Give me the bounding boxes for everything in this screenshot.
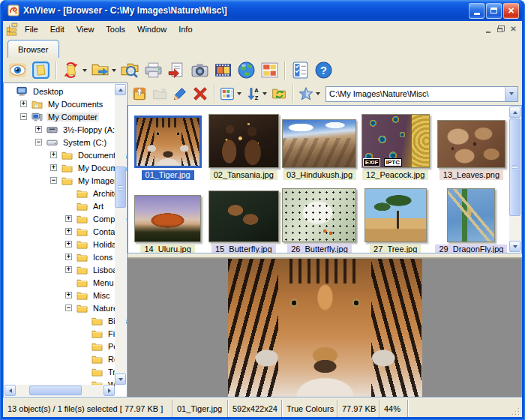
collapse-icon[interactable]: − — [20, 113, 27, 120]
thumbnail-15-butterfly-jpg[interactable]: 15_Butterfly.jpg — [206, 182, 281, 254]
collapse-icon[interactable]: − — [50, 177, 57, 184]
favorites-button[interactable] — [297, 84, 322, 104]
scroll-right-button[interactable] — [104, 385, 115, 396]
scrollbar-thumb[interactable] — [29, 386, 82, 395]
mdi-restore-button[interactable] — [494, 24, 507, 35]
menu-edit[interactable]: Edit — [44, 23, 70, 36]
rotate-button[interactable] — [60, 59, 88, 82]
menu-view[interactable]: View — [70, 23, 100, 36]
expand-icon[interactable]: + — [35, 126, 42, 133]
thumbnail-03-hindukush-jpg[interactable]: 03_Hindukush.jpg — [281, 107, 357, 182]
tree-item-compute[interactable]: +Compute — [4, 212, 127, 225]
thumbnail-13-leaves-png[interactable]: 13_Leaves.png — [434, 107, 509, 182]
tree-item-lisboa[interactable]: +Lisboa — [4, 263, 127, 276]
tree-item-birds[interactable]: Birds — [4, 314, 127, 327]
scroll-up-button[interactable] — [509, 106, 520, 118]
tree-vertical-scrollbar[interactable] — [115, 84, 126, 385]
collapse-icon[interactable]: − — [65, 304, 72, 311]
scrollbar-thumb[interactable] — [115, 166, 126, 208]
tree-item-documents-a[interactable]: +Documents a — [4, 148, 127, 161]
tree-item-my-images[interactable]: −My Images — [4, 174, 127, 187]
expand-icon[interactable]: + — [65, 266, 72, 273]
address-dropdown-button[interactable] — [505, 87, 518, 101]
thumbnail-01-tiger-jpg[interactable]: 01_Tiger.jpg — [130, 107, 206, 182]
resize-grip-icon[interactable] — [512, 406, 521, 416]
parent-folder-button[interactable] — [130, 84, 149, 104]
search-button[interactable] — [118, 59, 141, 82]
menu-file[interactable]: File — [19, 23, 44, 36]
expand-icon[interactable]: + — [65, 292, 72, 298]
scroll-up-button[interactable] — [115, 84, 126, 95]
thumbnail-02-tansania-jpg[interactable]: 02_Tansania.jpg — [206, 107, 281, 182]
scrollbar-track[interactable] — [115, 84, 126, 385]
options-button[interactable] — [289, 59, 311, 82]
slideshow-button[interactable] — [212, 59, 234, 82]
tree-item-3-floppy-a[interactable]: +3½-Floppy (A:) — [4, 123, 127, 136]
tree-horizontal-scrollbar[interactable] — [4, 385, 115, 396]
tree-item-holidays[interactable]: +Holidays — [4, 238, 127, 250]
tree-item-rept[interactable]: Rept — [4, 352, 127, 365]
scroll-left-button[interactable] — [4, 385, 16, 396]
scroll-down-button[interactable] — [115, 374, 126, 385]
thumbnail-14-uluru-jpg[interactable]: 14_Uluru.jpg — [130, 182, 206, 254]
sort-button[interactable]: AZ — [244, 84, 268, 104]
tree-item-desktop[interactable]: Desktop — [4, 85, 127, 98]
thumbnail-29-dragonfly-jpg[interactable]: 29_DragonFly.jpg — [434, 182, 509, 254]
tab-browser[interactable]: Browser — [8, 40, 59, 58]
expand-icon[interactable]: + — [50, 152, 57, 158]
address-input[interactable] — [326, 87, 505, 101]
expand-icon[interactable]: + — [20, 100, 27, 107]
close-button[interactable]: ✕ — [503, 3, 519, 19]
expand-icon[interactable]: + — [50, 164, 57, 171]
contact-sheet-button[interactable] — [258, 59, 280, 82]
tree-item-my-documents[interactable]: +My Documents — [4, 98, 127, 110]
tree-item-art[interactable]: Art — [4, 200, 127, 212]
menu-tools[interactable]: Tools — [100, 23, 131, 36]
tree-item-icons[interactable]: +Icons — [4, 250, 127, 263]
mdi-close-button[interactable]: ✕ — [507, 24, 520, 35]
menu-info[interactable]: Info — [172, 23, 198, 36]
scrollbar-track[interactable] — [16, 385, 104, 396]
capture-button[interactable] — [188, 59, 211, 82]
scrollbar-thumb[interactable] — [509, 118, 520, 216]
print-button[interactable] — [142, 59, 164, 82]
chevron-down-icon — [509, 92, 514, 95]
collapse-icon[interactable]: − — [35, 139, 42, 146]
mdi-minimize-button[interactable] — [482, 24, 494, 35]
tree-item-misc[interactable]: +Misc — [4, 289, 127, 302]
expand-icon[interactable]: + — [65, 241, 72, 248]
expand-icon[interactable]: + — [65, 254, 72, 260]
minimize-button[interactable] — [469, 3, 484, 19]
tree-item-fish[interactable]: Fish — [4, 327, 127, 340]
new-folder-button[interactable] — [150, 84, 170, 104]
menu-window[interactable]: Window — [131, 23, 172, 36]
tree-item-menu[interactable]: Menu — [4, 276, 127, 289]
thumbnail-12-peacock-jpg[interactable]: EXIFIPTC12_Peacock.jpg — [358, 107, 434, 182]
tree-item-system-c[interactable]: −System (C:) — [4, 136, 127, 148]
view-button[interactable] — [6, 59, 28, 82]
tree-item-pets[interactable]: Pets — [4, 340, 127, 352]
tree-item-my-documen[interactable]: +My Documen — [4, 161, 127, 174]
help-button[interactable]: ? — [312, 59, 334, 82]
export-button[interactable] — [165, 59, 188, 82]
tree-item-nature[interactable]: −Nature — [4, 302, 127, 314]
tree-item-my-computer[interactable]: −My Computer — [4, 110, 127, 123]
tree-item-contact[interactable]: +Contact — [4, 225, 127, 238]
preview-image-tiger[interactable] — [228, 259, 422, 397]
fullscreen-button[interactable] — [29, 59, 52, 82]
tree-item-architect[interactable]: Architect — [4, 187, 127, 200]
thumbnail-vertical-scrollbar[interactable] — [509, 106, 521, 252]
web-button[interactable] — [235, 59, 257, 82]
delete-button[interactable] — [190, 84, 210, 104]
refresh-button[interactable] — [269, 84, 289, 104]
rename-button[interactable] — [170, 84, 190, 104]
tree-item-tree[interactable]: Tree — [4, 365, 127, 378]
maximize-button[interactable] — [486, 3, 502, 19]
thumbnail-26-butterfly-jpg[interactable]: 26_Butterfly.jpg — [281, 182, 357, 254]
scroll-down-button[interactable] — [509, 241, 520, 252]
expand-icon[interactable]: + — [65, 215, 72, 222]
expand-icon[interactable]: + — [65, 228, 72, 235]
thumbnail-27-tree-jpg[interactable]: 27_Tree.jpg — [358, 182, 434, 254]
view-mode-button[interactable] — [218, 84, 243, 104]
move-copy-button[interactable] — [89, 59, 118, 82]
